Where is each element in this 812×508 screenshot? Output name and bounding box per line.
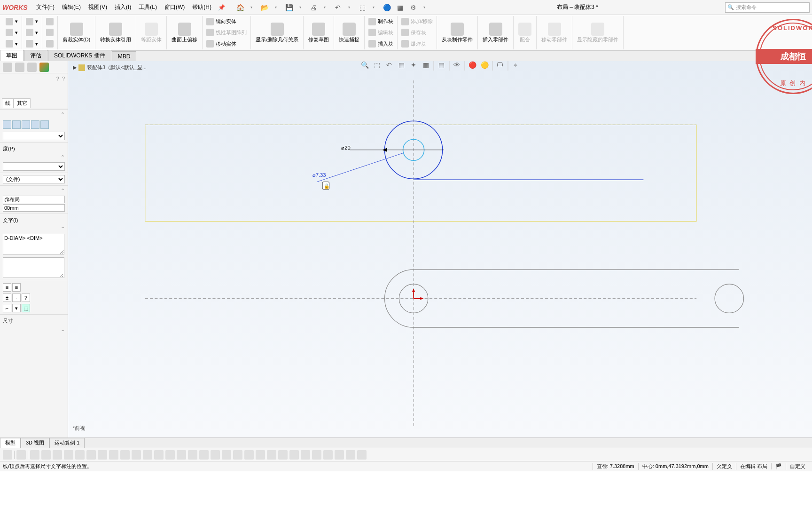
sk26-icon[interactable] [301,450,310,460]
tab-3dview[interactable]: 3D 视图 [21,438,49,448]
fm-tab3-icon[interactable] [27,63,37,72]
sk6-icon[interactable] [75,450,85,460]
subtab-line[interactable]: 线 [2,98,14,108]
rebuild-icon[interactable]: 🔵 [381,2,392,13]
tab-mbd[interactable]: MBD [112,51,137,61]
sk9-icon[interactable] [109,450,118,460]
sk1-icon[interactable] [16,450,26,460]
mate-button[interactable]: 配合 [515,21,534,45]
sk14-icon[interactable] [165,450,175,460]
mirror-button[interactable]: 镜向实体 [204,16,249,27]
pattern-button[interactable]: 线性草图阵列 [204,27,249,38]
fm-name-input[interactable] [3,196,65,203]
sk3-icon[interactable] [41,450,51,460]
sk16-icon[interactable] [188,450,197,460]
arc-tool[interactable]: ▾ [4,39,20,49]
sk4-icon[interactable] [53,450,62,460]
viewport[interactable]: ▶ 装配体3（默认<默认_显... 🔍 ⬚ ↶ ▦ ✦ ▦ ▦ 👁 🔴 🟡 🖵 … [68,61,812,437]
tol2-icon[interactable]: · [12,294,21,302]
collapse2-icon[interactable]: ⌃ [61,154,65,160]
fm-text1[interactable]: D-DIAM> <DIM> [3,234,64,254]
search-box[interactable]: 🔍 搜索命令 [725,2,810,13]
offset-button[interactable]: 等距实体 [138,21,164,45]
style4-icon[interactable] [31,120,39,129]
menu-help[interactable]: 帮助(H) [188,3,215,11]
collapse3-icon[interactable]: ⌃ [61,188,65,194]
expand-icon[interactable]: ⌄ [61,326,65,333]
align2-icon[interactable]: ≡ [12,283,21,292]
sk13-icon[interactable] [154,450,164,460]
save-icon[interactable]: 💾 [283,2,295,13]
sk17-icon[interactable] [199,450,209,460]
style1-icon[interactable] [3,120,11,129]
style3-icon[interactable] [22,120,30,129]
sk30-icon[interactable] [346,450,355,460]
insert-block-button[interactable]: 插入块 [367,39,395,49]
convert-button[interactable]: 转换实体引用 [97,21,134,45]
sk24-icon[interactable] [278,450,288,460]
dim-20[interactable]: ⌀20 [341,145,351,151]
text-tool[interactable] [44,39,55,49]
menu-tools[interactable]: 工具(L) [135,3,161,11]
options-icon[interactable]: ▦ [394,2,406,13]
style2-icon[interactable] [12,120,21,129]
settings-icon[interactable]: ⚙ [407,2,419,13]
tab-sketch[interactable]: 草图 [0,50,23,61]
sk23-icon[interactable] [267,450,276,460]
tab-motion[interactable]: 运动算例 1 [49,438,85,448]
open-icon[interactable]: 📂 [259,2,270,13]
print-icon[interactable]: 🖨 [308,2,319,13]
menu-window[interactable]: 窗口(W) [161,3,188,11]
sk5-icon[interactable] [64,450,73,460]
fm-text2[interactable] [3,257,64,278]
select-icon[interactable]: ⬚ [357,2,368,13]
insert-comp-button[interactable]: 插入零部件 [480,21,511,45]
tab-evaluate[interactable]: 评估 [24,50,47,61]
add-remove-button[interactable]: 添加/移除 [399,16,435,27]
dim2-icon[interactable]: ▾ [12,304,21,312]
menu-view[interactable]: 视图(V) [85,3,111,11]
sk31-icon[interactable] [357,450,367,460]
repair-button[interactable]: 修复草图 [305,21,332,45]
trim-button[interactable]: 剪裁实体(D) [60,21,93,45]
sk8-icon[interactable] [98,450,107,460]
relations-button[interactable]: 显示/删除几何关系 [253,21,301,45]
status-flag-icon[interactable]: 🏴 [771,463,786,469]
sk25-icon[interactable] [289,450,299,460]
save-block-button[interactable]: 保存块 [399,27,435,38]
sk21-icon[interactable] [244,450,254,460]
tol1-icon[interactable]: ± [3,294,11,302]
tab-model[interactable]: 模型 [0,438,21,448]
menu-insert[interactable]: 插入(I) [111,3,135,11]
align1-icon[interactable]: ≡ [3,283,11,292]
sk18-icon[interactable] [211,450,220,460]
sk20-icon[interactable] [233,450,242,460]
sk27-icon[interactable] [312,450,321,460]
sk29-icon[interactable] [335,450,344,460]
line-tool[interactable]: ▾ [4,16,20,27]
dim3-icon[interactable]: ⬚ [22,304,30,312]
fm-deg-select[interactable] [3,162,65,171]
home-icon[interactable]: 🏠 [234,2,246,13]
subtab-other[interactable]: 其它 [14,98,31,108]
move-button[interactable]: 移动实体 [204,39,249,49]
show-hidden-button[interactable]: 显示隐藏的零部件 [574,21,621,45]
help2-icon[interactable]: ? [62,76,65,81]
tol3-icon[interactable]: ? [22,294,30,302]
edit-block-button[interactable]: 编辑块 [367,27,395,38]
fm-style-select[interactable] [3,132,65,140]
select-tool-icon[interactable] [3,450,12,460]
help-icon[interactable]: ? [56,76,59,81]
sk28-icon[interactable] [323,450,333,460]
style5-icon[interactable] [40,120,49,129]
from-block-button[interactable]: 从块制作零件 [439,21,476,45]
collapse4-icon[interactable]: ⌃ [61,226,65,232]
tab-plugins[interactable]: SOLIDWORKS 插件 [48,50,111,61]
sk7-icon[interactable] [86,450,96,460]
fm-tab2-icon[interactable] [15,63,24,72]
surf-offset-button[interactable]: 曲面上偏移 [169,21,200,45]
circle-tool[interactable]: ▾ [24,16,40,27]
make-block-button[interactable]: 制作块 [367,16,395,27]
fm-value-input[interactable] [3,204,65,212]
sk22-icon[interactable] [256,450,265,460]
